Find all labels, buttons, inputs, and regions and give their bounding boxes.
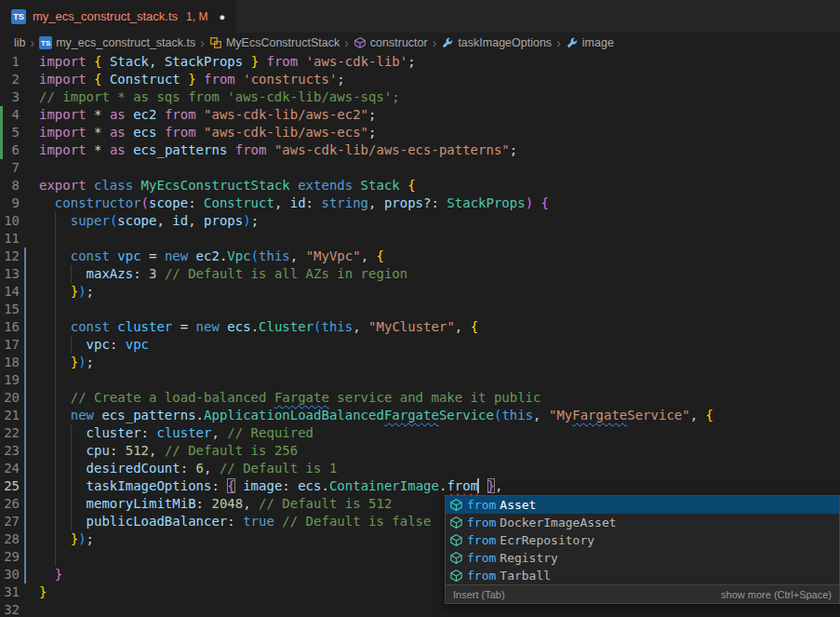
line-content[interactable]: new ecs_patterns.ApplicationLoadBalanced… bbox=[39, 407, 840, 424]
code-line[interactable]: 7 bbox=[0, 159, 840, 177]
line-content[interactable]: maxAzs: 3 // Default is all AZs in regio… bbox=[39, 265, 840, 283]
code-line[interactable]: 10 super(scope, id, props); bbox=[0, 212, 840, 230]
code-line[interactable]: 6import * as ecs_patterns from "aws-cdk-… bbox=[0, 141, 840, 159]
suggestion-fromDockerImageAsset[interactable]: fromDockerImageAsset bbox=[446, 514, 839, 531]
suggestion-fromEcrRepository[interactable]: fromEcrRepository bbox=[446, 531, 839, 549]
line-content[interactable]: constructor(scope: Construct, id: string… bbox=[39, 194, 840, 212]
code-line[interactable]: 19 bbox=[0, 371, 840, 389]
line-content[interactable] bbox=[39, 159, 840, 177]
line-content[interactable] bbox=[39, 230, 840, 248]
line-content[interactable]: import * as ec2 from "aws-cdk-lib/aws-ec… bbox=[39, 106, 840, 124]
line-number[interactable]: 29 bbox=[0, 548, 20, 566]
line-content[interactable]: export class MyEcsConstructStack extends… bbox=[39, 177, 840, 194]
line-content[interactable] bbox=[39, 371, 840, 389]
line-content[interactable]: desiredCount: 6, // Default is 1 bbox=[39, 460, 840, 477]
line-number[interactable]: 14 bbox=[0, 283, 20, 301]
breadcrumb-item-taskimageoptions[interactable]: taskImageOptions bbox=[441, 36, 552, 49]
line-number[interactable]: 24 bbox=[0, 460, 20, 477]
code-token: Fargate bbox=[274, 390, 329, 405]
code-line[interactable]: 22 cluster: cluster, // Required bbox=[0, 424, 840, 442]
line-number[interactable]: 17 bbox=[0, 336, 20, 354]
tab-my-ecs-construct-stack[interactable]: TS my_ecs_construct_stack.ts 1, M ● bbox=[0, 0, 236, 33]
suggestion-fromAsset[interactable]: fromAsset bbox=[446, 496, 839, 514]
breadcrumb-item-myecsconstructstack[interactable]: MyEcsConstructStack bbox=[209, 36, 340, 49]
line-number[interactable]: 23 bbox=[0, 442, 20, 460]
line-content[interactable]: vpc: vpc bbox=[39, 336, 840, 354]
code-line[interactable]: 5import * as ecs from "aws-cdk-lib/aws-e… bbox=[0, 124, 840, 141]
line-number[interactable]: 19 bbox=[0, 371, 20, 389]
suggest-show-more-hint[interactable]: show more (Ctrl+Space) bbox=[721, 589, 832, 600]
code-line[interactable]: 21 new ecs_patterns.ApplicationLoadBalan… bbox=[0, 407, 840, 424]
line-number[interactable]: 28 bbox=[0, 530, 20, 548]
line-content[interactable]: // Create a load-balanced Fargate servic… bbox=[39, 389, 840, 407]
line-content[interactable]: }); bbox=[39, 354, 840, 371]
line-content[interactable]: // import * as sqs from 'aws-cdk-lib/aws… bbox=[39, 88, 840, 106]
code-line[interactable]: 15 bbox=[0, 301, 840, 318]
line-number[interactable]: 13 bbox=[0, 265, 20, 283]
line-content[interactable]: taskImageOptions: { image: ecs.Container… bbox=[39, 477, 840, 495]
code-token: { bbox=[377, 248, 384, 263]
unsaved-changes-dot[interactable]: ● bbox=[219, 11, 225, 22]
code-line[interactable]: 12 const vpc = new ec2.Vpc(this, "MyVpc"… bbox=[0, 248, 840, 265]
code-line[interactable]: 1import { Stack, StackProps } from 'aws-… bbox=[0, 53, 840, 71]
line-number[interactable]: 7 bbox=[0, 159, 20, 177]
code-line[interactable]: 23 cpu: 512, // Default is 256 bbox=[0, 442, 840, 460]
code-line[interactable]: 3// import * as sqs from 'aws-cdk-lib/aw… bbox=[0, 88, 840, 106]
line-number[interactable]: 31 bbox=[0, 583, 20, 601]
line-content[interactable]: cluster: cluster, // Required bbox=[39, 424, 840, 442]
code-line[interactable]: 17 vpc: vpc bbox=[0, 336, 840, 354]
line-number[interactable]: 15 bbox=[0, 301, 20, 318]
line-content[interactable]: import { Construct } from 'constructs'; bbox=[39, 71, 840, 88]
line-number[interactable]: 3 bbox=[0, 88, 20, 106]
line-number[interactable]: 8 bbox=[0, 177, 20, 194]
line-number[interactable]: 1 bbox=[0, 53, 20, 71]
line-number[interactable]: 21 bbox=[0, 407, 20, 424]
line-content[interactable]: }); bbox=[39, 283, 840, 301]
code-line[interactable]: 9 constructor(scope: Construct, id: stri… bbox=[0, 194, 840, 212]
line-number[interactable]: 10 bbox=[0, 212, 20, 230]
line-content[interactable]: import * as ecs_patterns from "aws-cdk-l… bbox=[39, 141, 840, 159]
line-content[interactable]: cpu: 512, // Default is 256 bbox=[39, 442, 840, 460]
code-line[interactable]: 25 taskImageOptions: { image: ecs.Contai… bbox=[0, 477, 840, 495]
code-line[interactable]: 24 desiredCount: 6, // Default is 1 bbox=[0, 460, 840, 477]
suggestion-fromTarball[interactable]: fromTarball bbox=[446, 567, 839, 584]
code-token: } bbox=[71, 355, 78, 369]
code-line[interactable]: 8export class MyEcsConstructStack extend… bbox=[0, 177, 840, 194]
breadcrumb-item-my-ecs-construct-stack-ts[interactable]: TSmy_ecs_construct_stack.ts bbox=[39, 36, 195, 49]
code-line[interactable]: 14 }); bbox=[0, 283, 840, 301]
code-line[interactable]: 13 maxAzs: 3 // Default is all AZs in re… bbox=[0, 265, 840, 283]
breadcrumb-item-lib[interactable]: lib bbox=[14, 36, 26, 49]
suggestion-fromRegistry[interactable]: fromRegistry bbox=[446, 549, 839, 567]
line-number[interactable]: 16 bbox=[0, 318, 20, 336]
line-content[interactable]: const cluster = new ecs.Cluster(this, "M… bbox=[39, 318, 840, 336]
line-number[interactable]: 5 bbox=[0, 124, 20, 141]
line-number[interactable]: 9 bbox=[0, 194, 20, 212]
line-number[interactable]: 27 bbox=[0, 513, 20, 530]
line-content[interactable] bbox=[39, 301, 840, 318]
code-line[interactable]: 11 bbox=[0, 230, 840, 248]
line-number[interactable]: 11 bbox=[0, 230, 20, 248]
line-number[interactable]: 20 bbox=[0, 389, 20, 407]
code-line[interactable]: 4import * as ec2 from "aws-cdk-lib/aws-e… bbox=[0, 106, 840, 124]
breadcrumb-item-constructor[interactable]: constructor bbox=[353, 36, 428, 49]
line-content[interactable]: super(scope, id, props); bbox=[39, 212, 840, 230]
line-number[interactable]: 22 bbox=[0, 424, 20, 442]
code-line[interactable]: 20 // Create a load-balanced Fargate ser… bbox=[0, 389, 840, 407]
line-number[interactable]: 2 bbox=[0, 71, 20, 88]
line-content[interactable]: import * as ecs from "aws-cdk-lib/aws-ec… bbox=[39, 124, 840, 141]
line-number[interactable]: 32 bbox=[0, 601, 20, 617]
code-line[interactable]: 18 }); bbox=[0, 354, 840, 371]
code-line[interactable]: 16 const cluster = new ecs.Cluster(this,… bbox=[0, 318, 840, 336]
line-number[interactable]: 4 bbox=[0, 106, 20, 124]
line-number[interactable]: 6 bbox=[0, 141, 20, 159]
line-number[interactable]: 26 bbox=[0, 495, 20, 513]
breadcrumb-item-image[interactable]: image bbox=[566, 36, 614, 49]
line-content[interactable]: const vpc = new ec2.Vpc(this, "MyVpc", { bbox=[39, 248, 840, 265]
code-token: from bbox=[259, 54, 306, 69]
line-number[interactable]: 18 bbox=[0, 354, 20, 371]
line-content[interactable]: import { Stack, StackProps } from 'aws-c… bbox=[39, 53, 840, 71]
line-number[interactable]: 12 bbox=[0, 248, 20, 265]
code-line[interactable]: 2import { Construct } from 'constructs'; bbox=[0, 71, 840, 88]
line-number[interactable]: 30 bbox=[0, 566, 20, 583]
line-number[interactable]: 25 bbox=[0, 477, 20, 495]
